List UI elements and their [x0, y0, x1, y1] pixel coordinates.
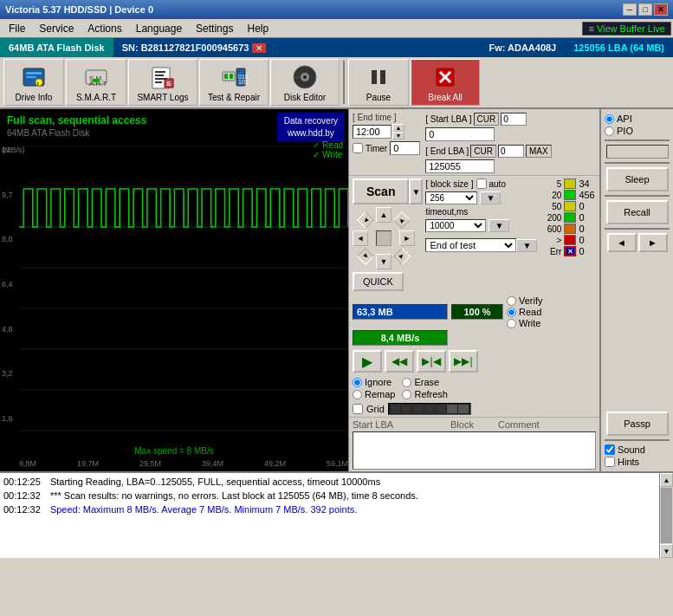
- transport-ffwd-button[interactable]: ▶|◀: [417, 350, 446, 373]
- smart-logs-button[interactable]: S SMART Logs: [128, 59, 197, 106]
- menu-help[interactable]: Help: [240, 21, 275, 36]
- timer-checkbox[interactable]: [353, 143, 363, 153]
- transport-end-button[interactable]: ▶▶|: [449, 350, 478, 373]
- nav-upright-button[interactable]: ◄: [393, 211, 411, 229]
- end-time-input[interactable]: [353, 125, 392, 139]
- timer-input[interactable]: [390, 141, 420, 155]
- minimize-button[interactable]: ─: [623, 3, 637, 16]
- nav-downleft-button[interactable]: ◄: [357, 248, 374, 265]
- write-radio[interactable]: [507, 319, 516, 328]
- sound-checkbox[interactable]: [605, 444, 615, 455]
- drive-fw: Fw: ADAA408J: [480, 42, 565, 53]
- hints-checkbox[interactable]: [605, 457, 615, 467]
- view-buffer-button[interactable]: ≡ View Buffer Live: [582, 22, 671, 36]
- speed-bar: 8,4 MB/s: [353, 330, 448, 346]
- quick-button[interactable]: QUICK: [353, 272, 404, 291]
- cur-end-input[interactable]: [498, 145, 524, 158]
- disk-editor-button[interactable]: Disk Editor: [270, 59, 340, 106]
- timeout-select[interactable]: 10000 5000 20000: [425, 219, 486, 232]
- scan-dropdown-button[interactable]: ▼: [409, 178, 423, 204]
- result-block-20: [564, 190, 576, 200]
- error-handling-col2: Erase Refresh: [402, 377, 448, 399]
- block-size-select[interactable]: 256 512 1024: [425, 191, 477, 204]
- menu-service[interactable]: Service: [32, 21, 81, 36]
- error-handling-row: Ignore Remap Erase Refresh: [349, 375, 599, 401]
- sleep-button[interactable]: Sleep: [606, 167, 669, 191]
- grid-checkbox[interactable]: [353, 404, 363, 414]
- menu-actions[interactable]: Actions: [81, 21, 128, 36]
- api-radio[interactable]: [605, 114, 614, 124]
- nav-down-button[interactable]: ▼: [376, 254, 392, 269]
- scan-button[interactable]: Scan: [353, 178, 409, 204]
- stepper-plus-button[interactable]: ►: [638, 233, 668, 252]
- maximize-button[interactable]: □: [638, 3, 652, 16]
- end-time-down[interactable]: ▼: [392, 132, 404, 139]
- nav-upleft-button[interactable]: ◄: [357, 211, 374, 229]
- graph-subtitle: 64MB ATA Flash Disk: [7, 128, 89, 138]
- right-sidebar: API PIO Sleep Recall ◄ ► Passp: [599, 109, 673, 471]
- grid-row: Grid: [349, 401, 599, 417]
- scroll-down-button[interactable]: ▼: [660, 544, 673, 558]
- drive-remove-button[interactable]: ✕: [252, 43, 266, 53]
- close-button[interactable]: ✕: [654, 3, 668, 16]
- nav-downright-button[interactable]: ◄: [393, 248, 411, 265]
- timeout-dropdown-btn[interactable]: ▼: [489, 219, 509, 232]
- break-all-button[interactable]: Break All: [411, 59, 480, 106]
- grid-label: Grid: [366, 404, 385, 414]
- end-of-test-dropdown-btn[interactable]: ▼: [516, 239, 537, 252]
- pause-button[interactable]: Pause: [348, 59, 409, 106]
- menu-file[interactable]: File: [2, 21, 32, 36]
- break-icon: [431, 63, 459, 91]
- cur-start-input[interactable]: [501, 113, 527, 126]
- svg-text:S: S: [166, 80, 171, 88]
- refresh-radio[interactable]: [402, 390, 411, 399]
- hamburger-icon: ≡: [588, 23, 593, 34]
- nav-up-button[interactable]: ▲: [376, 207, 392, 223]
- scroll-up-button[interactable]: ▲: [660, 473, 673, 487]
- x-label-1: 19,7M: [77, 459, 99, 468]
- data-recovery-line1: Data recovery: [284, 115, 338, 127]
- result-count-5: 34: [579, 178, 589, 189]
- result-block-gt: [564, 235, 576, 245]
- transport-back-button[interactable]: ◀◀: [385, 350, 414, 373]
- menu-language[interactable]: Language: [129, 21, 189, 36]
- result-count-600: 0: [579, 224, 584, 234]
- pio-radio[interactable]: [605, 126, 614, 136]
- refresh-label: Refresh: [414, 389, 448, 399]
- th-block: Block: [450, 419, 498, 430]
- nav-left-button[interactable]: ◄: [353, 230, 368, 246]
- test-repair-button[interactable]: 010 101 Test & Repair: [199, 59, 269, 106]
- auto-checkbox[interactable]: [476, 178, 487, 189]
- smart-button[interactable]: S.M. A.R.T S.M.A.R.T: [66, 59, 126, 106]
- verify-radio[interactable]: [507, 296, 516, 306]
- end-time-up[interactable]: ▲: [392, 124, 404, 132]
- remap-radio[interactable]: [353, 390, 362, 399]
- drive-name-tab[interactable]: 64MB ATA Flash Disk: [0, 38, 113, 57]
- test-repair-icon: 010 101: [220, 63, 248, 91]
- disk-editor-label: Disk Editor: [284, 93, 326, 102]
- passp-button[interactable]: Passp: [606, 412, 669, 436]
- y-axis: 11 9,7 8,0 6,4 4,8 3,2 1,6: [2, 146, 13, 423]
- read-radio[interactable]: [507, 308, 516, 317]
- end-lba-input[interactable]: [425, 159, 495, 173]
- nav-right-button[interactable]: ►: [399, 230, 415, 246]
- recall-button[interactable]: Recall: [606, 200, 669, 224]
- result-row-gt: > 0: [540, 235, 599, 245]
- svg-rect-26: [372, 70, 377, 84]
- block-size-dropdown-btn[interactable]: ▼: [480, 191, 501, 204]
- erase-radio[interactable]: [402, 378, 411, 387]
- menu-settings[interactable]: Settings: [189, 21, 240, 36]
- end-of-test-select[interactable]: End of test Loop Stop: [425, 238, 516, 252]
- erase-label: Erase: [414, 377, 439, 387]
- read-row: Read: [507, 307, 543, 317]
- ignore-radio[interactable]: [353, 378, 362, 387]
- scroll-thumb[interactable]: [661, 488, 672, 543]
- pause-icon: [365, 63, 392, 91]
- led-2: [402, 405, 412, 413]
- drive-info-button[interactable]: i Drive Info: [3, 59, 64, 106]
- transport-play-button[interactable]: ▶: [353, 350, 382, 373]
- start-lba-label: [ Start LBA ]: [425, 114, 471, 124]
- start-lba-input[interactable]: [425, 127, 495, 141]
- stepper-minus-button[interactable]: ◄: [607, 233, 637, 252]
- svg-rect-11: [155, 75, 164, 76]
